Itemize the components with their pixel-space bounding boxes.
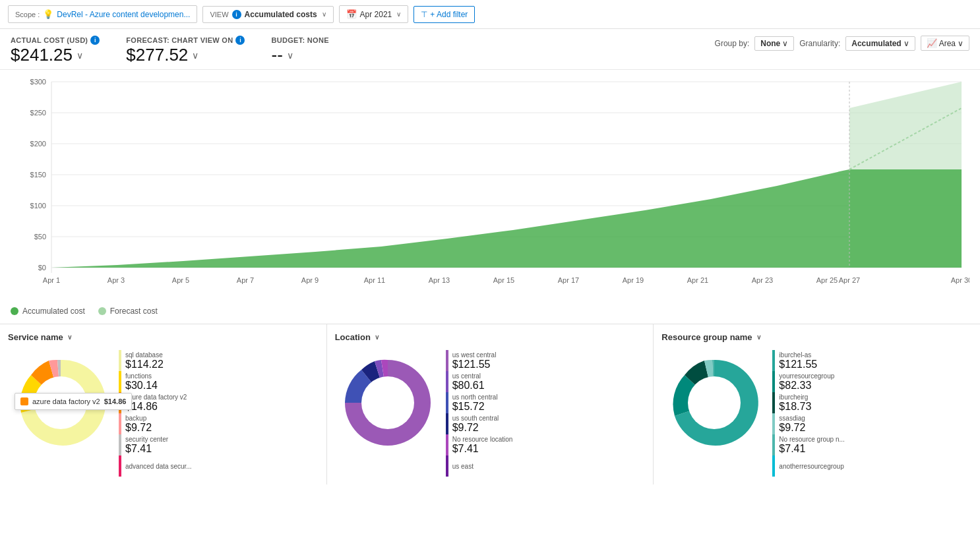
svg-text:Apr 9: Apr 9	[301, 276, 319, 284]
resource-group-panel-header[interactable]: Resource group name ∨	[661, 332, 972, 342]
svg-text:Apr 30: Apr 30	[951, 276, 969, 284]
resource-group-panel-content: iburchel-as $121.55 yourresourcegroup $8…	[661, 350, 972, 477]
location-bar-east	[446, 455, 448, 477]
location-panel-content: us west central $121.55 us central $80.6…	[335, 350, 646, 477]
view-chevron-icon: ∨	[322, 11, 326, 18]
service-panel-header[interactable]: Service name ∨	[8, 332, 319, 342]
svg-text:Apr 15: Apr 15	[493, 276, 514, 284]
scope-button[interactable]: Scope : 💡 DevRel - Azure content develop…	[8, 5, 197, 23]
accumulated-legend-label: Accumulated cost	[22, 307, 85, 316]
service-donut: azure data factory v2 $14.86	[8, 350, 113, 457]
chart-type-label: Area	[939, 39, 956, 48]
svg-text:Apr 21: Apr 21	[687, 276, 708, 284]
location-legend-east: us east	[446, 455, 646, 477]
rg-name-iburchelas: iburchel-as	[779, 351, 817, 359]
date-button[interactable]: 📅 Apr 2021 ∨	[339, 5, 409, 23]
svg-text:Apr 13: Apr 13	[429, 276, 450, 284]
granularity-button[interactable]: Accumulated ∨	[845, 36, 915, 51]
chart-type-button[interactable]: 📈 Area ∨	[921, 36, 969, 51]
actual-cost-metric: ACTUAL COST (USD) i $241.25 ∨	[11, 36, 100, 65]
location-value-southcentral: $9.72	[452, 422, 499, 434]
rg-name-your: yourresourcegroup	[779, 372, 834, 380]
tooltip-label: azure data factory v2	[32, 397, 100, 405]
accumulated-area	[51, 169, 962, 268]
rg-value-iburcheirg: $18.73	[779, 401, 811, 413]
rg-name-iburcheirg: iburcheirg	[779, 394, 811, 401]
group-by-chevron-icon: ∨	[782, 39, 788, 48]
location-legend-nolocation: No resource location $7.41	[446, 434, 646, 455]
accumulated-legend-dot	[11, 307, 18, 315]
svg-text:Apr 1: Apr 1	[43, 276, 60, 284]
donut-hole-location	[361, 376, 414, 429]
location-name-central: us central	[452, 372, 485, 380]
granularity-label: Granularity:	[799, 39, 840, 48]
location-legend-northcentral: us north central $15.72	[446, 392, 646, 413]
actual-cost-chevron-icon[interactable]: ∨	[77, 50, 83, 61]
rg-bar-iburchelas	[772, 350, 775, 371]
donut-hole-rg	[688, 376, 741, 429]
budget-label: BUDGET: NONE	[271, 36, 328, 44]
resource-group-legend-list: iburchel-as $121.55 yourresourcegroup $8…	[772, 350, 972, 477]
service-name-ads: advanced data secur...	[125, 463, 192, 470]
rg-value-ssasdiag: $9.72	[779, 422, 805, 434]
service-value-backup: $9.72	[125, 422, 152, 434]
rg-legend-another: anotherresourcegroup	[772, 455, 972, 477]
forecast-value: $277.52 ∨	[126, 45, 245, 65]
tooltip-value: $14.86	[104, 397, 127, 405]
service-name-backup: backup	[125, 415, 152, 422]
rg-legend-norg: No resource group n... $7.41	[772, 434, 972, 455]
svg-text:Apr 11: Apr 11	[364, 276, 385, 284]
location-value-northcentral: $15.72	[452, 401, 498, 413]
location-bar-northcentral	[446, 392, 448, 413]
location-value-nolocation: $7.41	[452, 443, 513, 455]
area-chart-icon: 📈	[927, 38, 937, 48]
forecast-info-icon[interactable]: i	[235, 36, 245, 45]
granularity-chevron-icon: ∨	[903, 39, 909, 48]
svg-text:Apr 23: Apr 23	[752, 276, 773, 284]
forecast-chevron-icon[interactable]: ∨	[192, 50, 199, 61]
service-bar-functions	[119, 371, 121, 392]
view-info-icon: i	[232, 10, 241, 19]
date-chevron-icon: ∨	[396, 11, 401, 18]
view-button[interactable]: VIEW i Accumulated costs ∨	[202, 6, 333, 23]
location-bar-central	[446, 371, 448, 392]
area-chart: $300 $250 $200 $150 $100 $50 $0 Apr 1 Ap…	[11, 75, 969, 299]
actual-cost-info-icon[interactable]: i	[90, 36, 100, 45]
location-donut-chart	[335, 350, 441, 455]
lightbulb-icon: 💡	[43, 9, 53, 19]
service-name-adf: azure data factory v2	[125, 394, 187, 401]
rg-legend-ssasdiag: ssasdiag $9.72	[772, 413, 972, 434]
group-by-button[interactable]: None ∨	[754, 36, 794, 51]
svg-text:$300: $300	[30, 78, 46, 86]
rg-value-iburchelas: $121.55	[779, 359, 817, 370]
add-filter-button[interactable]: ⊤ + Add filter	[413, 6, 475, 23]
svg-text:Apr 27: Apr 27	[839, 276, 860, 284]
scope-label: Scope :	[15, 11, 40, 18]
resource-group-panel: Resource group name ∨	[654, 324, 980, 484]
location-name-nolocation: No resource location	[452, 436, 513, 443]
location-legend-central: us central $80.61	[446, 371, 646, 392]
service-name-security: security center	[125, 436, 168, 443]
service-chevron-icon: ∨	[67, 334, 72, 341]
service-legend-backup: backup $9.72	[119, 413, 319, 434]
rg-bar-norg	[772, 434, 775, 455]
rg-legend-iburchelas: iburchel-as $121.55	[772, 350, 972, 371]
bottom-panels: Service name ∨	[0, 324, 980, 484]
location-panel: Location ∨	[327, 324, 654, 484]
service-bar-security	[119, 434, 121, 455]
svg-text:Apr 7: Apr 7	[237, 276, 254, 284]
accumulated-legend-item: Accumulated cost	[11, 307, 85, 316]
resource-group-donut-chart	[661, 350, 767, 455]
service-panel-content: azure data factory v2 $14.86 sql databas…	[8, 350, 319, 477]
rg-bar-your	[772, 371, 775, 392]
svg-text:$200: $200	[30, 140, 46, 148]
rg-name-another: anotherresourcegroup	[779, 463, 843, 470]
location-legend-westcentral: us west central $121.55	[446, 350, 646, 371]
location-panel-header[interactable]: Location ∨	[335, 332, 646, 342]
calendar-icon: 📅	[346, 9, 357, 19]
rg-legend-your: yourresourcegroup $82.33	[772, 371, 972, 392]
service-legend-adf: azure data factory v2 $14.86	[119, 392, 319, 413]
budget-chevron-icon[interactable]: ∨	[287, 50, 293, 61]
svg-text:Apr 17: Apr 17	[558, 276, 579, 284]
service-bar-ads	[119, 455, 121, 477]
